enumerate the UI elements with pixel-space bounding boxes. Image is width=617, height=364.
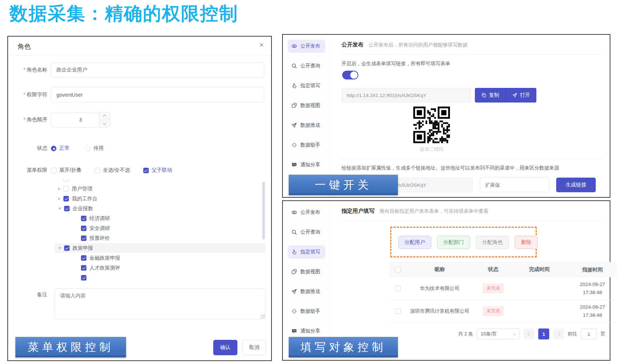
ext-value-input[interactable]	[480, 178, 550, 192]
tree-node[interactable]: 投票评价	[55, 233, 266, 243]
sidebar-item-send[interactable]: 数据推送	[288, 119, 325, 132]
point-icon	[291, 249, 297, 255]
radio-icon	[85, 146, 90, 151]
role-name-input[interactable]	[51, 62, 264, 78]
dialog-title: 角色	[18, 42, 31, 51]
tree-node[interactable]: 经济调研	[55, 213, 266, 223]
goto-page-input[interactable]	[581, 328, 597, 339]
action-button-purple[interactable]: 分配用户	[398, 236, 431, 249]
row-checkbox[interactable]	[395, 286, 401, 291]
menu-permission-banner: 菜单权限控制	[15, 337, 126, 357]
tree-caret-icon[interactable]	[58, 247, 61, 249]
close-icon[interactable]: ×	[259, 41, 264, 49]
menu-option-checkbox[interactable]: 父子联动	[143, 167, 172, 174]
checkbox-icon	[95, 168, 100, 173]
chat-icon	[291, 162, 297, 168]
one-key-switch-banner: 一键开关	[289, 175, 398, 195]
publish-main: 公开发布 公开发布后，所有访问的用户都能够填写数据 开启后，会生成表单填写链接，…	[330, 35, 610, 197]
sidebar-item-label: 数据助手	[300, 308, 320, 315]
view-icon	[291, 269, 297, 275]
tree-node[interactable]: 人才政策测评	[55, 263, 266, 273]
perm-char-input[interactable]	[51, 87, 264, 103]
fill-target-banner: 填写对象控制	[289, 337, 398, 357]
assign-title: 指定用户填写	[341, 208, 374, 215]
sidebar-item-label: 数据视图	[300, 102, 320, 109]
toggle-hint: 开启后，会生成表单填写链接，所有即可填写表单	[341, 60, 450, 67]
chevron-right-icon	[557, 332, 560, 336]
tree-node[interactable]: 我的工作台	[55, 194, 266, 204]
sidebar-item-search[interactable]: 公开查询	[288, 226, 325, 239]
status-radio-option[interactable]: 停用	[85, 145, 104, 152]
sidebar-item-label: 数据视图	[300, 268, 320, 275]
assign-sidebar: 公开发布公开查询指定填写数据视图数据推送数据助手通知分享	[283, 201, 330, 360]
menu-option-checkbox[interactable]: 全选/全不选	[95, 167, 130, 174]
open-link-button[interactable]: 打开	[506, 88, 536, 103]
sidebar-item-view[interactable]: 数据视图	[288, 265, 325, 278]
stepper-down-button[interactable]	[99, 120, 110, 127]
confirm-button[interactable]: 确认	[213, 340, 237, 355]
action-button-green[interactable]: 分配部门	[437, 236, 470, 249]
tree-scrollbar[interactable]	[262, 182, 265, 239]
tree-node[interactable]	[55, 273, 266, 281]
current-page-button[interactable]: 1	[538, 328, 549, 339]
copy-link-button[interactable]: 复制	[475, 88, 506, 103]
sidebar-item-label: 公开发布	[300, 209, 320, 216]
checkbox-icon	[63, 186, 69, 192]
sidebar-item-chat[interactable]: 通知分享	[288, 324, 325, 338]
tree-node[interactable]: 政策申报	[55, 243, 266, 253]
tree-node[interactable]: 安全调研	[55, 223, 266, 233]
page-size-select[interactable]: 10条/页	[477, 328, 520, 339]
select-all-checkbox[interactable]	[395, 267, 401, 272]
sidebar-item-label: 通知分享	[300, 161, 320, 168]
chevron-down-icon	[103, 121, 107, 125]
save-qr-link[interactable]: 保存二维码	[395, 146, 468, 153]
tree-node-label: 安全调研	[89, 225, 110, 232]
chevron-up-icon	[103, 115, 107, 118]
share-link-input[interactable]	[341, 88, 471, 103]
row-checkbox[interactable]	[395, 308, 401, 314]
sidebar-item-label: 指定填写	[300, 249, 320, 255]
generate-link-button[interactable]: 生成链接	[556, 178, 596, 192]
textarea-resize-handle[interactable]	[261, 314, 265, 319]
sidebar-item-label: 数据推送	[300, 288, 320, 295]
sidebar-item-eye[interactable]: 公开发布	[288, 206, 325, 219]
sidebar-item-eye[interactable]: 公开发布	[288, 40, 325, 53]
tree-node[interactable]: 用户管理	[55, 184, 266, 194]
publish-panel: 公开发布公开查询指定填写数据视图数据推送数据助手通知分享 公开发布 公开发布后，…	[282, 34, 610, 198]
note-textarea[interactable]	[55, 289, 266, 319]
column-header: 完成时间	[514, 266, 565, 273]
stepper-up-button[interactable]	[99, 112, 110, 120]
total-count: 共 2 条	[458, 331, 473, 337]
role-order-label: 角色顺序	[8, 116, 51, 123]
sidebar-item-view[interactable]: 数据视图	[288, 99, 325, 112]
assigned-users-table: 昵称状态完成时间指派时间操作华为技术有限公司未完成2024-09-2717:38…	[389, 262, 617, 323]
sidebar-item-magic[interactable]: 数据助手	[288, 138, 325, 152]
publish-toggle[interactable]	[342, 71, 358, 79]
action-button-red[interactable]: 删除	[515, 236, 537, 249]
sidebar-item-point[interactable]: 指定填写	[288, 245, 325, 259]
tree-caret-icon[interactable]	[58, 187, 60, 190]
action-button-gray[interactable]: 分配角色	[476, 236, 509, 249]
status-radio-selected[interactable]: 正常	[51, 145, 70, 152]
sidebar-item-send[interactable]: 数据推送	[288, 285, 325, 298]
sidebar-item-chat[interactable]: 通知分享	[288, 158, 325, 171]
cancel-button[interactable]: 取消	[243, 340, 266, 355]
share-link-row: 复制 打开	[341, 88, 536, 103]
checkbox-icon	[81, 275, 86, 281]
tree-node-label: 经济调研	[89, 215, 110, 222]
next-page-button[interactable]	[553, 328, 564, 339]
header-divider	[341, 220, 602, 221]
sidebar-item-label: 公开查询	[300, 63, 320, 69]
prev-page-button[interactable]	[524, 328, 535, 339]
pagination: 共 2 条 10条/页 1 前往 页	[458, 328, 605, 339]
status-badge: 未完成	[483, 306, 504, 316]
tree-caret-icon[interactable]	[58, 208, 61, 210]
tree-node[interactable]: 金融政策申报	[55, 253, 266, 263]
sidebar-item-point[interactable]: 指定填写	[288, 79, 325, 92]
sidebar-item-search[interactable]: 公开查询	[288, 59, 325, 73]
sidebar-item-magic[interactable]: 数据助手	[288, 305, 325, 318]
tree-node[interactable]	[55, 179, 266, 184]
tree-node[interactable]: 企业报数	[55, 204, 266, 213]
tree-caret-icon[interactable]	[58, 197, 60, 200]
menu-option-checkbox[interactable]: 展开/折叠	[51, 167, 81, 174]
